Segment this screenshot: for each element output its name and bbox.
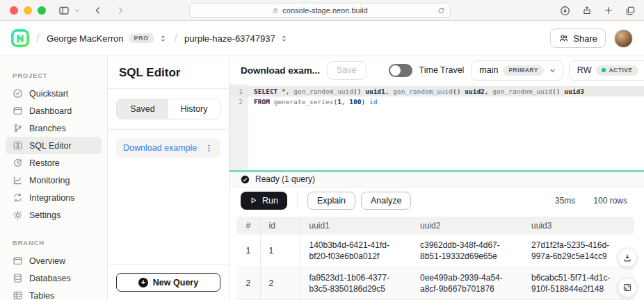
code-line[interactable]: 1SELECT *, gen_random_uuid() uuid1, gen_…: [230, 86, 644, 97]
reload-icon[interactable]: [437, 7, 445, 15]
kebab-menu-icon[interactable]: [203, 142, 215, 154]
save-button[interactable]: Save: [327, 61, 367, 80]
sidebar-project-items: QuickstartDashboardBranchesSQL EditorRes…: [0, 85, 107, 224]
sidebar-item-label: Settings: [29, 210, 61, 220]
column-header: uuid1: [300, 217, 412, 235]
browser-toolbar-right: [560, 0, 636, 21]
plan-badge: PRO: [129, 33, 154, 43]
sidebar-item-restore[interactable]: Restore: [6, 154, 102, 172]
status-text: Ready (1 query): [255, 174, 315, 184]
breadcrumb-separator: /: [174, 31, 177, 46]
table-cell: 2: [260, 267, 300, 299]
play-icon: [250, 197, 257, 204]
new-query-button[interactable]: + New Query: [116, 273, 220, 292]
sidebar-item-databases[interactable]: Databases: [6, 269, 102, 287]
people-icon: [558, 33, 569, 43]
sidebar-item-branches[interactable]: Branches: [6, 119, 102, 137]
active-status-dot: [602, 68, 606, 72]
branches-icon: [13, 123, 23, 133]
tab-overview-icon[interactable]: [625, 6, 636, 16]
plus-icon: +: [138, 278, 148, 288]
sidebar-item-label: Monitoring: [29, 176, 70, 185]
context-selectors: main PRIMARY RW ACTIVE: [471, 60, 644, 81]
branch-select[interactable]: main PRIMARY: [471, 60, 563, 81]
sql-editor-icon: [13, 140, 23, 151]
sidebar-project-label: PROJECT: [13, 72, 107, 79]
breadcrumb-separator: /: [36, 31, 40, 46]
integrations-icon: [13, 192, 23, 203]
address-bar[interactable]: console-stage.neon.build: [189, 3, 451, 18]
neon-logo[interactable]: [11, 29, 29, 47]
run-button[interactable]: Run: [241, 192, 287, 210]
table-cell: c3962ddb-348f-4d67-8b51-19332d69e65e: [412, 235, 523, 267]
forward-icon[interactable]: [115, 6, 125, 15]
sidebar-item-label: Branches: [29, 124, 66, 133]
expand-results-button[interactable]: [618, 278, 637, 297]
code-text: FROM generate_series(1, 100) id: [248, 97, 377, 107]
sidebar-item-label: Dashboard: [29, 106, 72, 116]
breadcrumb-project[interactable]: purple-haze-63747937: [184, 33, 288, 44]
table-cell: 1: [260, 235, 300, 267]
sidebar-item-overview[interactable]: Overview: [6, 252, 102, 269]
tab-history[interactable]: History: [168, 99, 220, 119]
monitoring-icon: [13, 175, 23, 185]
branch-badge: PRIMARY: [503, 65, 543, 76]
chevron-down-icon[interactable]: [74, 7, 81, 14]
query-metrics: 35ms 100 rows: [555, 196, 633, 206]
compute-select[interactable]: RW ACTIVE: [569, 60, 644, 81]
query-duration: 35ms: [555, 196, 575, 206]
select-chevrons-icon: [280, 34, 288, 43]
sidebar-item-quickstart[interactable]: Quickstart: [6, 85, 102, 102]
check-circle-icon: [241, 175, 250, 184]
overview-icon: [13, 256, 23, 266]
lock-icon: [272, 7, 279, 14]
table-cell: 140b3b4d-6421-41fd-bf20-f03e6b0a012f: [300, 235, 412, 267]
tab-saved[interactable]: Saved: [117, 99, 168, 119]
table-cell: 1: [236, 235, 260, 267]
time-travel-toggle[interactable]: [389, 64, 412, 77]
sidebar: PROJECT QuickstartDashboardBranchesSQL E…: [0, 56, 108, 300]
table-row: 22fa9523d1-1b06-4377-b3c5-8350186d29c50e…: [236, 267, 634, 299]
download-results-button[interactable]: [618, 248, 637, 267]
table-row: 11140b3b4d-6421-41fd-bf20-f03e6b0a012fc3…: [236, 235, 634, 267]
share-label: Share: [573, 33, 597, 44]
app-window: console-stage.neon.build: [0, 0, 644, 300]
project-name: purple-haze-63747937: [184, 33, 275, 44]
column-header: uuid2: [412, 217, 523, 235]
back-icon[interactable]: [93, 6, 103, 15]
sidebar-item-dashboard[interactable]: Dashboard: [6, 102, 102, 119]
compute-badge: ACTIVE: [596, 65, 638, 76]
select-chevrons-icon: [159, 34, 167, 43]
chevron-down-icon: [549, 67, 556, 74]
analyze-button[interactable]: Analyze: [361, 192, 411, 210]
share-button[interactable]: Share: [550, 28, 606, 48]
breadcrumb-org[interactable]: George MacKerron PRO: [47, 33, 167, 44]
downloads-icon[interactable]: [560, 6, 570, 16]
sidebar-branch-label: BRANCH: [13, 239, 107, 247]
share-page-icon[interactable]: [582, 6, 592, 16]
sidebar-item-tables[interactable]: Tables: [6, 287, 102, 300]
explain-button[interactable]: Explain: [307, 192, 355, 210]
settings-icon: [13, 210, 23, 220]
databases-icon: [13, 273, 23, 283]
user-avatar[interactable]: [614, 29, 633, 48]
sidebar-item-settings[interactable]: Settings: [6, 206, 102, 224]
zoom-window-button[interactable]: [38, 6, 46, 15]
minimize-window-button[interactable]: [24, 6, 32, 15]
url-text: console-stage.neon.build: [282, 6, 367, 15]
sidebar-item-sql-editor[interactable]: SQL Editor: [6, 137, 102, 154]
close-window-button[interactable]: [10, 6, 18, 15]
sidebar-toggle-icon[interactable]: [58, 5, 70, 16]
new-query-label: New Query: [153, 278, 198, 288]
panel-footer: + New Query: [108, 264, 229, 300]
sidebar-item-monitoring[interactable]: Monitoring: [6, 172, 102, 189]
sql-code-editor[interactable]: 1SELECT *, gen_random_uuid() uuid1, gen_…: [230, 84, 644, 170]
floating-actions: [618, 248, 637, 297]
saved-query-item[interactable]: Download example: [116, 138, 220, 158]
code-line[interactable]: 2FROM generate_series(1, 100) id: [230, 97, 644, 107]
new-tab-icon[interactable]: [604, 6, 613, 15]
sidebar-item-integrations[interactable]: Integrations: [6, 189, 102, 206]
sidebar-item-label: Restore: [29, 158, 60, 168]
query-actions: Run Explain Analyze 35ms 100 rows: [230, 188, 644, 214]
column-header: id: [260, 217, 300, 235]
